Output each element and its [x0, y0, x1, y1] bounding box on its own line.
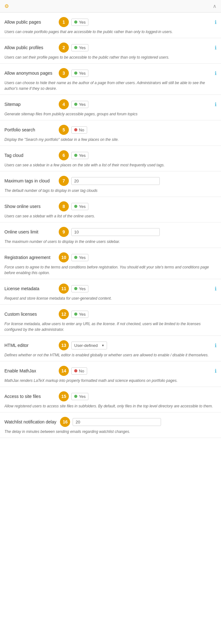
setting-input-16[interactable] — [73, 418, 161, 426]
setting-toggle-8[interactable]: Yes — [71, 203, 88, 210]
info-icon-1[interactable]: ℹ — [215, 19, 217, 25]
setting-badge-11: 11 — [59, 284, 69, 294]
setting-desc-10: Force users to agree to the terms and co… — [4, 264, 217, 276]
setting-badge-16: 16 — [60, 417, 70, 427]
setting-toggle-10[interactable]: Yes — [71, 254, 88, 261]
setting-row-3: Allow anonymous pages3YesℹUsers can choo… — [0, 64, 221, 95]
setting-main-10: Registration agreement10Yes — [4, 252, 217, 262]
setting-row-12: Custom licenses12YesFor license metadata… — [0, 305, 221, 336]
setting-main-9: Online users limit9 — [4, 227, 217, 237]
toggle-value-11: Yes — [79, 286, 86, 291]
toggle-value-6: Yes — [79, 153, 86, 158]
green-dot — [74, 72, 77, 75]
setting-main-16: Watchlist notification delay16 — [4, 417, 217, 427]
setting-desc-8: Users can see a sidebar with a list of t… — [4, 213, 217, 219]
setting-main-11: License metadata11Yesℹ — [4, 284, 217, 294]
setting-badge-6: 6 — [59, 150, 69, 160]
setting-toggle-6[interactable]: Yes — [71, 152, 88, 159]
page-header: ⚙ ∧ — [0, 0, 221, 13]
setting-label-4: Sitemap — [4, 102, 55, 107]
setting-label-9: Online users limit — [4, 229, 55, 234]
setting-row-9: Online users limit9The maximum number of… — [0, 222, 221, 248]
gear-icon: ⚙ — [4, 3, 9, 9]
setting-main-3: Allow anonymous pages3Yesℹ — [4, 68, 217, 78]
setting-row-1: Allow public pages1YesℹUsers can create … — [0, 13, 221, 38]
setting-select-13[interactable]: User-definedEnabledDisabled — [71, 342, 107, 349]
setting-desc-12: For license metadata, allow users to ent… — [4, 321, 217, 332]
collapse-icon[interactable]: ∧ — [213, 3, 217, 9]
info-icon-14[interactable]: ℹ — [215, 368, 217, 374]
setting-badge-3: 3 — [59, 68, 69, 78]
green-dot — [74, 46, 77, 49]
info-icon-4[interactable]: ℹ — [215, 101, 217, 107]
setting-row-2: Allow public profiles2YesℹUsers can set … — [0, 38, 221, 64]
setting-badge-14: 14 — [59, 366, 69, 376]
setting-row-13: HTML editor13User-definedEnabledDisabled… — [0, 336, 221, 361]
settings-list: Allow public pages1YesℹUsers can create … — [0, 13, 221, 438]
setting-badge-5: 5 — [59, 125, 69, 135]
setting-label-12: Custom licenses — [4, 312, 55, 317]
setting-toggle-1[interactable]: Yes — [71, 19, 88, 26]
setting-toggle-12[interactable]: Yes — [71, 311, 88, 318]
red-dot — [74, 128, 77, 131]
setting-row-6: Tag cloud6YesUsers can see a sidebar in … — [0, 146, 221, 171]
setting-main-12: Custom licenses12Yes — [4, 309, 217, 319]
setting-desc-2: Users can set their profile pages to be … — [4, 55, 217, 60]
green-dot — [74, 313, 77, 316]
toggle-value-8: Yes — [79, 204, 86, 209]
setting-badge-2: 2 — [59, 43, 69, 53]
info-icon-11[interactable]: ℹ — [215, 286, 217, 292]
setting-badge-8: 8 — [59, 201, 69, 211]
setting-input-9[interactable] — [71, 228, 160, 236]
setting-main-2: Allow public profiles2Yesℹ — [4, 43, 217, 53]
setting-badge-10: 10 — [59, 252, 69, 262]
setting-label-13: HTML editor — [4, 343, 55, 348]
setting-select-wrapper-13: User-definedEnabledDisabled — [71, 342, 107, 349]
setting-desc-9: The maximum number of users to display i… — [4, 239, 217, 244]
setting-badge-12: 12 — [59, 309, 69, 319]
toggle-value-1: Yes — [79, 20, 86, 25]
setting-badge-1: 1 — [59, 17, 69, 27]
green-dot — [74, 154, 77, 157]
setting-toggle-2[interactable]: Yes — [71, 44, 88, 51]
info-icon-2[interactable]: ℹ — [215, 45, 217, 51]
setting-row-7: Maximum tags in cloud7The default number… — [0, 171, 221, 197]
green-dot — [74, 20, 77, 24]
setting-badge-9: 9 — [59, 227, 69, 237]
green-dot — [74, 256, 77, 259]
setting-main-6: Tag cloud6Yes — [4, 150, 217, 160]
setting-badge-13: 13 — [59, 340, 69, 350]
green-dot — [74, 103, 77, 106]
setting-desc-1: Users can create portfolio pages that ar… — [4, 29, 217, 35]
setting-toggle-14[interactable]: No — [71, 367, 87, 375]
setting-main-15: Access to site files15Yes — [4, 391, 217, 401]
toggle-value-5: No — [79, 128, 84, 132]
setting-desc-14: MathJax renders LaTeX markup into proper… — [4, 378, 217, 383]
setting-main-14: Enable MathJax14Noℹ — [4, 366, 217, 376]
toggle-value-12: Yes — [79, 312, 86, 317]
info-icon-3[interactable]: ℹ — [215, 70, 217, 76]
setting-desc-6: Users can see a sidebar in a few places … — [4, 162, 217, 168]
setting-toggle-11[interactable]: Yes — [71, 285, 88, 292]
info-icon-13[interactable]: ℹ — [215, 342, 217, 348]
setting-label-14: Enable MathJax — [4, 368, 55, 373]
setting-toggle-15[interactable]: Yes — [71, 393, 88, 400]
toggle-value-4: Yes — [79, 102, 86, 107]
setting-main-8: Show online users8Yes — [4, 201, 217, 211]
setting-badge-4: 4 — [59, 99, 69, 109]
setting-badge-7: 7 — [59, 176, 69, 186]
setting-row-16: Watchlist notification delay16The delay … — [0, 412, 221, 438]
setting-input-7[interactable] — [71, 177, 160, 185]
page-container: ⚙ ∧ Allow public pages1YesℹUsers can cre… — [0, 0, 221, 438]
setting-desc-5: Display the "Search my portfolio" sideba… — [4, 137, 217, 142]
toggle-value-2: Yes — [79, 45, 86, 50]
toggle-value-3: Yes — [79, 71, 86, 76]
setting-toggle-5[interactable]: No — [71, 126, 87, 134]
setting-main-13: HTML editor13User-definedEnabledDisabled… — [4, 340, 217, 350]
setting-row-8: Show online users8YesUsers can see a sid… — [0, 197, 221, 222]
setting-toggle-3[interactable]: Yes — [71, 70, 88, 77]
setting-label-15: Access to site files — [4, 394, 55, 399]
setting-label-2: Allow public profiles — [4, 45, 55, 50]
setting-label-7: Maximum tags in cloud — [4, 178, 55, 183]
setting-toggle-4[interactable]: Yes — [71, 101, 88, 108]
